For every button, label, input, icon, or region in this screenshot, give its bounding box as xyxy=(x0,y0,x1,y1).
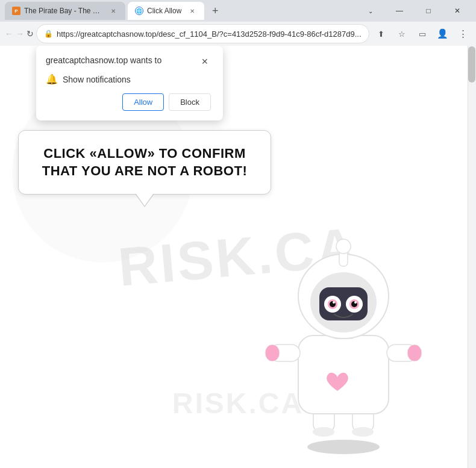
speech-bubble: CLICK «ALLOW» TO CONFIRM THAT YOU ARE NO… xyxy=(18,130,271,195)
popup-buttons: Allow Block xyxy=(46,93,211,111)
page-content: RISK.CA RISK.CA greatcaptchasnow.top wan… xyxy=(0,46,476,468)
speech-text: CLICK «ALLOW» TO CONFIRM THAT YOU ARE NO… xyxy=(37,145,252,179)
forward-button[interactable]: → xyxy=(16,24,24,43)
block-button[interactable]: Block xyxy=(169,93,211,111)
notification-popup: greatcaptchasnow.top wants to ✕ 🔔 Show n… xyxy=(36,46,223,120)
popup-header: greatcaptchasnow.top wants to ✕ xyxy=(46,55,211,67)
address-bar[interactable]: 🔒 https://greatcaptchasnow.top/desc_cf_1… xyxy=(36,24,369,43)
scrollbar-thumb[interactable] xyxy=(468,46,475,83)
svg-point-0 xyxy=(307,440,380,454)
popup-close-button[interactable]: ✕ xyxy=(199,55,211,67)
tab-clickallow-label: Click Allow xyxy=(147,7,181,15)
popup-title: greatcaptchasnow.top wants to xyxy=(46,55,161,65)
tab-piratebay-close[interactable]: ✕ xyxy=(108,6,118,16)
tab-clickallow[interactable]: 🌐 Click Allow ✕ xyxy=(128,2,204,20)
allow-button[interactable]: Allow xyxy=(122,93,164,111)
close-button[interactable]: ✕ xyxy=(443,1,471,20)
tab-clickallow-close[interactable]: ✕ xyxy=(187,6,197,16)
browser-frame: P The Pirate Bay - The galaxy's mo... ✕ … xyxy=(0,0,476,468)
chevron-down-icon[interactable]: ⌄ xyxy=(357,1,384,20)
tab-globe-icon: 🌐 xyxy=(135,7,143,15)
svg-point-4 xyxy=(352,427,374,437)
bookmark-icon[interactable]: ☆ xyxy=(392,24,412,43)
address-text: https://greatcaptchasnow.top/desc_cf_110… xyxy=(57,30,362,39)
refresh-button[interactable]: ↻ xyxy=(27,24,34,43)
piratebay-favicon: P xyxy=(12,7,20,15)
maximize-button[interactable]: □ xyxy=(415,1,442,20)
title-bar: P The Pirate Bay - The galaxy's mo... ✕ … xyxy=(0,0,476,22)
nav-right-icons: ⬆ ☆ ▭ 👤 ⋮ xyxy=(372,24,473,43)
minimize-button[interactable]: — xyxy=(386,1,413,20)
svg-point-3 xyxy=(313,427,334,437)
new-tab-button[interactable]: + xyxy=(207,2,224,19)
svg-point-22 xyxy=(333,301,335,304)
scrollbar-track xyxy=(468,46,476,468)
tab-piratebay-label: The Pirate Bay - The galaxy's mo... xyxy=(24,7,102,15)
window-controls: ⌄ — □ ✕ xyxy=(357,1,471,20)
bell-icon: 🔔 xyxy=(46,73,58,85)
menu-icon[interactable]: ⋮ xyxy=(454,24,473,43)
tab-piratebay[interactable]: P The Pirate Bay - The galaxy's mo... ✕ xyxy=(5,2,125,20)
robot-illustration xyxy=(259,215,428,456)
svg-point-9 xyxy=(407,345,422,361)
speech-container: CLICK «ALLOW» TO CONFIRM THAT YOU ARE NO… xyxy=(18,130,271,195)
content-area: RISK.CA RISK.CA greatcaptchasnow.top wan… xyxy=(0,46,476,468)
profile-icon[interactable]: 👤 xyxy=(433,24,453,43)
svg-point-23 xyxy=(354,301,357,304)
svg-point-8 xyxy=(265,345,280,361)
nav-bar: ← → ↻ 🔒 https://greatcaptchasnow.top/des… xyxy=(0,22,476,46)
svg-point-14 xyxy=(336,239,351,254)
lock-icon: 🔒 xyxy=(44,30,53,38)
popup-permission-row: 🔔 Show notifications xyxy=(46,73,211,85)
sidebar-icon[interactable]: ▭ xyxy=(413,24,432,43)
back-button[interactable]: ← xyxy=(5,24,13,43)
popup-permission-label: Show notifications xyxy=(63,75,131,84)
share-icon[interactable]: ⬆ xyxy=(372,24,391,43)
